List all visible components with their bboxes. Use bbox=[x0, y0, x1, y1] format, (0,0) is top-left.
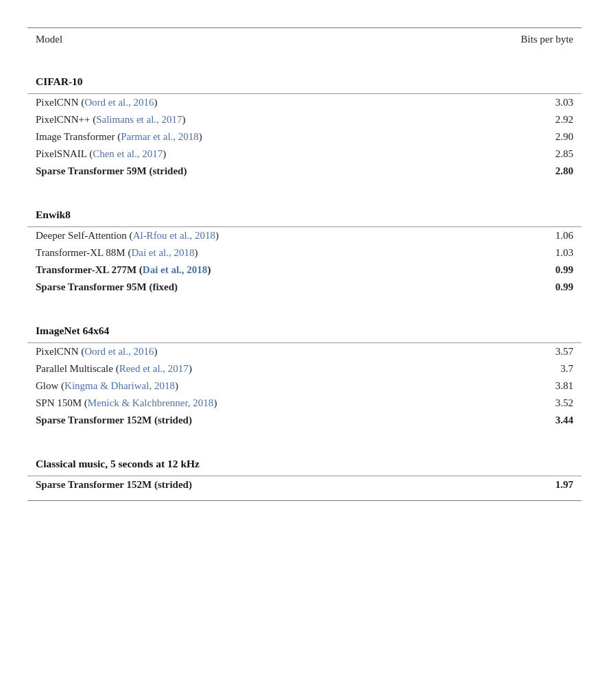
section-end-gap bbox=[27, 429, 582, 436]
citation-link[interactable]: Kingma & Dhariwal, 2018 bbox=[64, 380, 175, 391]
model-cell: PixelCNN++ (Salimans et al., 2017) bbox=[27, 111, 439, 128]
data-row: Transformer-XL 277M (Dai et al., 2018)0.… bbox=[27, 261, 582, 279]
model-cell: Glow (Kingma & Dhariwal, 2018) bbox=[27, 377, 439, 395]
metric-cell: 0.99 bbox=[439, 261, 582, 279]
section-title-enwik8: Enwik8 bbox=[27, 196, 582, 227]
data-row: Sparse Transformer 152M (strided)1.97 bbox=[27, 476, 582, 493]
citation-link[interactable]: Chen et al., 2017 bbox=[93, 148, 163, 159]
citation-link[interactable]: Dai et al., 2018 bbox=[143, 264, 208, 275]
model-cell: Transformer-XL 277M (Dai et al., 2018) bbox=[27, 261, 439, 279]
metric-cell: 2.92 bbox=[439, 111, 582, 128]
data-row: Sparse Transformer 59M (strided)2.80 bbox=[27, 163, 582, 180]
model-cell: Sparse Transformer 59M (strided) bbox=[27, 163, 439, 180]
metric-cell: 2.80 bbox=[439, 163, 582, 180]
data-row: Parallel Multiscale (Reed et al., 2017)3… bbox=[27, 360, 582, 377]
data-row: PixelCNN++ (Salimans et al., 2017)2.92 bbox=[27, 111, 582, 128]
metric-cell: 1.97 bbox=[439, 476, 582, 493]
model-cell: PixelCNN (Oord et al., 2016) bbox=[27, 343, 439, 360]
model-cell: PixelSNAIL (Chen et al., 2017) bbox=[27, 145, 439, 163]
metric-cell: 2.90 bbox=[439, 128, 582, 145]
main-table: Model Bits per byte CIFAR-10PixelCNN (Oo… bbox=[27, 27, 582, 501]
table-header-row: Model Bits per byte bbox=[27, 28, 582, 54]
section-end-gap bbox=[27, 180, 582, 187]
citation-link[interactable]: Dai et al., 2018 bbox=[131, 247, 194, 258]
citation-link[interactable]: Oord et al., 2016 bbox=[84, 346, 154, 357]
section-gap bbox=[27, 54, 582, 63]
citation-link[interactable]: Reed et al., 2017 bbox=[119, 363, 189, 374]
col-model-header: Model bbox=[27, 28, 439, 54]
model-cell: Sparse Transformer 95M (fixed) bbox=[27, 279, 439, 296]
data-row: Sparse Transformer 152M (strided)3.44 bbox=[27, 412, 582, 429]
model-cell: Image Transformer (Parmar et al., 2018) bbox=[27, 128, 439, 145]
metric-cell: 3.57 bbox=[439, 343, 582, 360]
data-row: PixelSNAIL (Chen et al., 2017)2.85 bbox=[27, 145, 582, 163]
metric-cell: 3.52 bbox=[439, 395, 582, 412]
citation-link[interactable]: Al-Rfou et al., 2018 bbox=[133, 230, 215, 241]
section-gap bbox=[27, 187, 582, 196]
metric-cell: 2.85 bbox=[439, 145, 582, 163]
section-title-classicalmusic: Classical music, 5 seconds at 12 kHz bbox=[27, 445, 582, 476]
model-cell: Transformer-XL 88M (Dai et al., 2018) bbox=[27, 244, 439, 261]
metric-cell: 3.81 bbox=[439, 377, 582, 395]
model-cell: Sparse Transformer 152M (strided) bbox=[27, 476, 439, 493]
citation-link[interactable]: Menick & Kalchbrenner, 2018 bbox=[88, 397, 214, 408]
model-cell: Parallel Multiscale (Reed et al., 2017) bbox=[27, 360, 439, 377]
section-end-gap bbox=[27, 296, 582, 303]
section-gap bbox=[27, 303, 582, 312]
data-row: Deeper Self-Attention (Al-Rfou et al., 2… bbox=[27, 227, 582, 244]
data-row: Image Transformer (Parmar et al., 2018)2… bbox=[27, 128, 582, 145]
data-row: Glow (Kingma & Dhariwal, 2018)3.81 bbox=[27, 377, 582, 395]
data-row: Sparse Transformer 95M (fixed)0.99 bbox=[27, 279, 582, 296]
section-title-imagenet64: ImageNet 64x64 bbox=[27, 312, 582, 343]
table-bottom-border bbox=[27, 501, 582, 502]
citation-link[interactable]: Salimans et al., 2017 bbox=[96, 114, 182, 125]
metric-cell: 1.03 bbox=[439, 244, 582, 261]
section-title-cifar10: CIFAR-10 bbox=[27, 63, 582, 94]
citation-link[interactable]: Parmar et al., 2018 bbox=[121, 131, 199, 142]
metric-cell: 3.7 bbox=[439, 360, 582, 377]
metric-cell: 0.99 bbox=[439, 279, 582, 296]
citation-link[interactable]: Oord et al., 2016 bbox=[84, 97, 154, 108]
metric-cell: 3.44 bbox=[439, 412, 582, 429]
section-gap bbox=[27, 436, 582, 445]
section-end-gap bbox=[27, 493, 582, 501]
data-row: PixelCNN (Oord et al., 2016)3.03 bbox=[27, 94, 582, 111]
model-cell: Deeper Self-Attention (Al-Rfou et al., 2… bbox=[27, 227, 439, 244]
model-cell: PixelCNN (Oord et al., 2016) bbox=[27, 94, 439, 111]
metric-cell: 3.03 bbox=[439, 94, 582, 111]
col-metric-header: Bits per byte bbox=[439, 28, 582, 54]
data-row: PixelCNN (Oord et al., 2016)3.57 bbox=[27, 343, 582, 360]
metric-cell: 1.06 bbox=[439, 227, 582, 244]
model-cell: Sparse Transformer 152M (strided) bbox=[27, 412, 439, 429]
model-cell: SPN 150M (Menick & Kalchbrenner, 2018) bbox=[27, 395, 439, 412]
table-container: Model Bits per byte CIFAR-10PixelCNN (Oo… bbox=[14, 14, 595, 515]
data-row: Transformer-XL 88M (Dai et al., 2018)1.0… bbox=[27, 244, 582, 261]
data-row: SPN 150M (Menick & Kalchbrenner, 2018)3.… bbox=[27, 395, 582, 412]
